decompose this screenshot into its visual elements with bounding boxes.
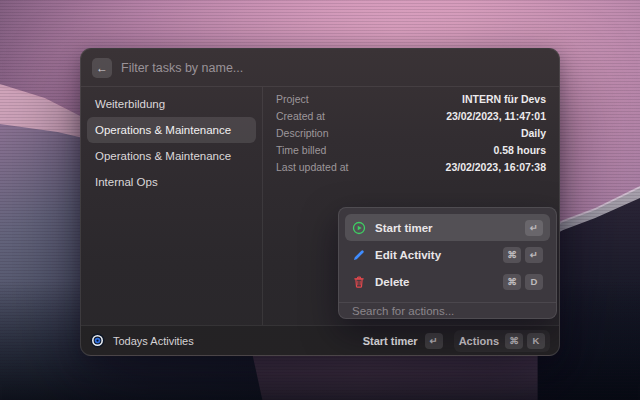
menu-item-shortcut: ↵ — [525, 220, 543, 236]
k-key-badge: K — [527, 333, 545, 349]
search-actions-input[interactable] — [352, 305, 543, 317]
detail-label: Created at — [276, 110, 325, 122]
search-bar: ← — [81, 49, 559, 87]
detail-row-time-billed: Time billed 0.58 hours — [276, 141, 546, 158]
back-button[interactable]: ← — [92, 58, 112, 78]
task-list-item-operations-maintenance-2[interactable]: Operations & Maintenance — [87, 143, 256, 169]
menu-item-shortcut: ⌘ D — [503, 274, 543, 290]
detail-label: Last updated at — [276, 161, 348, 173]
detail-value: INTERN für Devs — [462, 93, 546, 105]
detail-value: 23/02/2023, 16:07:38 — [446, 161, 546, 173]
detail-value: 0.58 hours — [493, 144, 546, 156]
actions-menu-items: Start timer ↵ Edit Activity ⌘ ↵ — [339, 208, 556, 301]
footer-app: Todays Activities — [90, 333, 355, 348]
detail-label: Project — [276, 93, 309, 105]
detail-label: Description — [276, 127, 329, 139]
todays-activities-app-icon — [90, 333, 105, 348]
menu-item-edit-activity[interactable]: Edit Activity ⌘ ↵ — [345, 241, 550, 268]
footer-primary-action[interactable]: Start timer — [363, 335, 418, 347]
detail-row-last-updated-at: Last updated at 23/02/2023, 16:07:38 — [276, 158, 546, 175]
task-list-item-weiterbildung[interactable]: Weiterbildung — [87, 91, 256, 117]
actions-button-label: Actions — [459, 335, 499, 347]
launcher-window: ← Weiterbildung Operations & Maintenance… — [80, 48, 560, 356]
menu-item-label: Edit Activity — [375, 249, 494, 261]
command-key-badge: ⌘ — [505, 333, 523, 349]
menu-item-label: Delete — [375, 276, 494, 288]
detail-label: Time billed — [276, 144, 326, 156]
pencil-icon — [352, 248, 366, 262]
footer-bar: Todays Activities Start timer ↵ Actions … — [81, 325, 559, 355]
footer-app-label: Todays Activities — [113, 335, 194, 347]
actions-menu-button[interactable]: Actions ⌘ K — [454, 330, 550, 352]
command-key-badge: ⌘ — [503, 247, 521, 263]
return-key-badge[interactable]: ↵ — [425, 333, 443, 349]
detail-value: Daily — [521, 127, 546, 139]
detail-row-description: Description Daily — [276, 124, 546, 141]
play-circle-icon — [352, 221, 366, 235]
menu-item-delete[interactable]: Delete ⌘ D — [345, 268, 550, 295]
menu-item-start-timer[interactable]: Start timer ↵ — [345, 214, 550, 241]
popup-search-row — [339, 303, 556, 318]
return-key-badge: ↵ — [525, 247, 543, 263]
command-key-badge: ⌘ — [503, 274, 521, 290]
task-list: Weiterbildung Operations & Maintenance O… — [81, 87, 263, 325]
task-list-item-internal-ops[interactable]: Internal Ops — [87, 169, 256, 195]
filter-tasks-input[interactable] — [121, 61, 548, 75]
back-arrow-icon: ← — [96, 61, 108, 75]
menu-item-label: Start timer — [375, 222, 516, 234]
d-key-badge: D — [525, 274, 543, 290]
detail-row-created-at: Created at 23/02/2023, 11:47:01 — [276, 107, 546, 124]
return-key-badge: ↵ — [525, 220, 543, 236]
trash-icon — [352, 275, 366, 289]
actions-popup: Start timer ↵ Edit Activity ⌘ ↵ — [338, 207, 557, 319]
task-list-item-operations-maintenance-1[interactable]: Operations & Maintenance — [87, 117, 256, 143]
footer-actions: Start timer ↵ Actions ⌘ K — [363, 330, 550, 352]
detail-value: 23/02/2023, 11:47:01 — [446, 110, 546, 122]
detail-row-project: Project INTERN für Devs — [276, 90, 546, 107]
menu-item-shortcut: ⌘ ↵ — [503, 247, 543, 263]
